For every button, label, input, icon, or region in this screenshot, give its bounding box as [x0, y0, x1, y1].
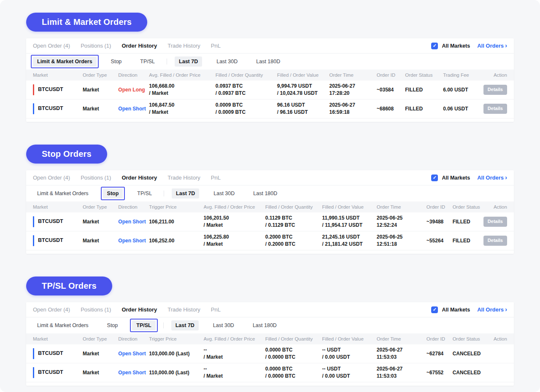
all-orders-label: All Orders [477, 43, 504, 49]
table-cell: 2025-06-2717:28:20 [329, 83, 376, 97]
table-header-row: MarketOrder TypeDirectionAvg. Filled / O… [26, 70, 514, 81]
tab-positions-1[interactable]: Positions (1) [81, 306, 111, 313]
details-button[interactable]: Details [483, 104, 507, 113]
section-title-pill: Stop Orders [26, 145, 107, 164]
period-last-30d[interactable]: Last 30D [212, 56, 242, 67]
cell-line: FILLED [405, 86, 443, 94]
period-last-180d[interactable]: Last 180D [252, 56, 284, 67]
column-header-direction: Direction [118, 336, 149, 341]
all-orders-link[interactable]: All Orders› [477, 43, 507, 49]
subtab-stop[interactable]: Stop [103, 188, 123, 199]
table-cell: 103,000.00 (Last) [149, 350, 203, 357]
period-last-30d[interactable]: Last 30D [209, 188, 239, 199]
cell-line: ~39488 [427, 218, 453, 226]
table-cell: 2025-06-2512:51:18 [377, 234, 427, 248]
chevron-right-icon: › [505, 42, 507, 48]
column-header-action: Action [481, 72, 507, 78]
table-cell: CANCELED [453, 369, 483, 376]
markets-controls: ✓All MarketsAll Orders› [431, 306, 507, 313]
cell-line: 0.06 USDT [443, 105, 481, 113]
table-cell: 106,225.80/ Market [204, 234, 265, 248]
cell-line: Market [83, 237, 118, 244]
all-markets-checkbox[interactable]: ✓ [431, 306, 438, 313]
tab-pnl[interactable]: PnL [211, 43, 221, 49]
tab-trade-history[interactable]: Trade History [167, 306, 200, 313]
cell-line: 12:51:18 [377, 241, 427, 248]
cell-line: / Market [204, 354, 265, 361]
column-header-order-type: Order Type [83, 72, 118, 78]
tab-open-order-4[interactable]: Open Order (4) [33, 43, 70, 49]
subtabs-row: Limit & Market OrdersStopTP/SLLast 7DLas… [26, 54, 514, 70]
column-header-order-id: Order ID [427, 336, 453, 341]
tabs-row: Open Order (4)Positions (1)Order History… [26, 38, 514, 54]
tab-trade-history[interactable]: Trade History [167, 43, 200, 49]
cell-line: 9,994.79 USDT [277, 83, 329, 90]
tab-order-history[interactable]: Order History [122, 175, 157, 181]
column-header-action: Action [483, 336, 507, 341]
cell-line: 11,990.15 USDT [322, 215, 377, 222]
details-button[interactable]: Details [483, 236, 507, 245]
cell-line: ~55264 [427, 237, 453, 244]
orders-section-tp-sl-orders: TP/SL OrdersOpen Order (4)Positions (1)O… [26, 277, 514, 386]
cell-line: / 0.00 USDT [322, 354, 377, 361]
tab-trade-history[interactable]: Trade History [167, 175, 200, 181]
tab-order-history[interactable]: Order History [122, 306, 157, 313]
period-last-180d[interactable]: Last 180D [248, 320, 281, 330]
all-orders-link[interactable]: All Orders› [477, 175, 507, 181]
chevron-right-icon: › [505, 174, 507, 180]
subtab-limit-market-orders[interactable]: Limit & Market Orders [33, 188, 93, 199]
column-header-market: Market [33, 72, 83, 78]
subtab-tp-sl[interactable]: TP/SL [132, 320, 155, 330]
tab-order-history[interactable]: Order History [122, 43, 157, 49]
period-last-7d[interactable]: Last 7D [171, 320, 199, 330]
cell-line: / 0.1129 BTC [265, 222, 322, 229]
cell-line: -- [204, 365, 265, 373]
table-cell: Open Short [118, 218, 149, 226]
subtab-stop[interactable]: Stop [103, 320, 122, 330]
table-cell: FILLED [453, 218, 483, 226]
column-header-order-status: Order Status [405, 72, 443, 78]
table-cell: Details [483, 217, 507, 226]
cell-line: CANCELED [453, 369, 483, 376]
tab-open-order-4[interactable]: Open Order (4) [33, 175, 70, 181]
direction-accent-bar [33, 367, 34, 378]
subtab-limit-market-orders[interactable]: Limit & Market Orders [33, 56, 97, 67]
cell-line: 106,668.00 [149, 83, 215, 90]
table-cell: ~68608 [377, 105, 405, 113]
table-cell: 0.0937 BTC/ 0.0937 BTC [216, 83, 277, 97]
column-header-filled-order-value: Filled / Order Value [322, 336, 377, 341]
table-row: BTCUSDTMarketOpen Short103,000.00 (Last)… [26, 344, 514, 363]
details-button[interactable]: Details [483, 217, 507, 226]
table-cell: Open Short [118, 350, 149, 357]
cell-line: / 0.00 USDT [322, 373, 377, 380]
divider [167, 59, 167, 64]
table-cell: Open Short [118, 237, 149, 244]
period-last-7d[interactable]: Last 7D [172, 188, 199, 199]
tab-pnl[interactable]: PnL [211, 306, 221, 313]
column-header-filled-order-value: Filled / Order Value [277, 72, 329, 78]
period-last-7d[interactable]: Last 7D [175, 56, 202, 67]
all-markets-checkbox[interactable]: ✓ [431, 175, 438, 181]
tab-open-order-4[interactable]: Open Order (4) [33, 306, 70, 313]
tab-pnl[interactable]: PnL [211, 175, 221, 181]
details-button[interactable]: Details [483, 85, 507, 94]
subtab-tp-sl[interactable]: TP/SL [133, 188, 156, 199]
column-header-order-type: Order Type [83, 204, 118, 209]
all-orders-link[interactable]: All Orders› [477, 306, 507, 313]
tab-positions-1[interactable]: Positions (1) [81, 43, 111, 49]
table-cell: FILLED [405, 86, 443, 94]
cell-line: FILLED [453, 237, 483, 244]
all-markets-checkbox[interactable]: ✓ [431, 43, 438, 49]
all-markets-label: All Markets [442, 43, 470, 49]
subtab-tp-sl[interactable]: TP/SL [136, 56, 159, 67]
tab-positions-1[interactable]: Positions (1) [81, 175, 111, 181]
cell-line: 0.0000 BTC [265, 346, 322, 354]
period-last-30d[interactable]: Last 30D [209, 320, 238, 330]
table-cell: 6.00 USDT [443, 86, 481, 94]
subtab-stop[interactable]: Stop [107, 56, 126, 67]
period-last-180d[interactable]: Last 180D [249, 188, 281, 199]
subtab-limit-market-orders[interactable]: Limit & Market Orders [33, 320, 93, 330]
cell-line: Market [83, 105, 118, 113]
cell-line: 11:53:03 [377, 354, 427, 361]
table-cell: BTCUSDT [33, 235, 83, 246]
